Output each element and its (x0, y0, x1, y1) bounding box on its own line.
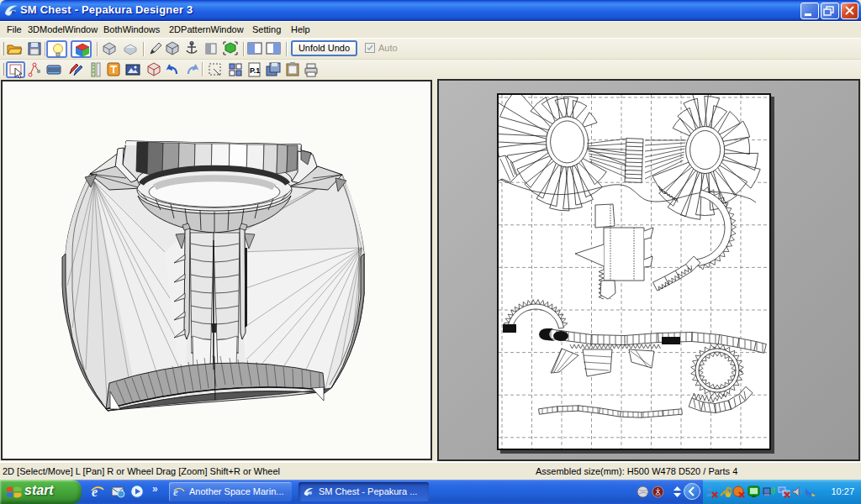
svg-text:e: e (173, 486, 178, 497)
svg-text:P.1: P.1 (250, 66, 260, 75)
